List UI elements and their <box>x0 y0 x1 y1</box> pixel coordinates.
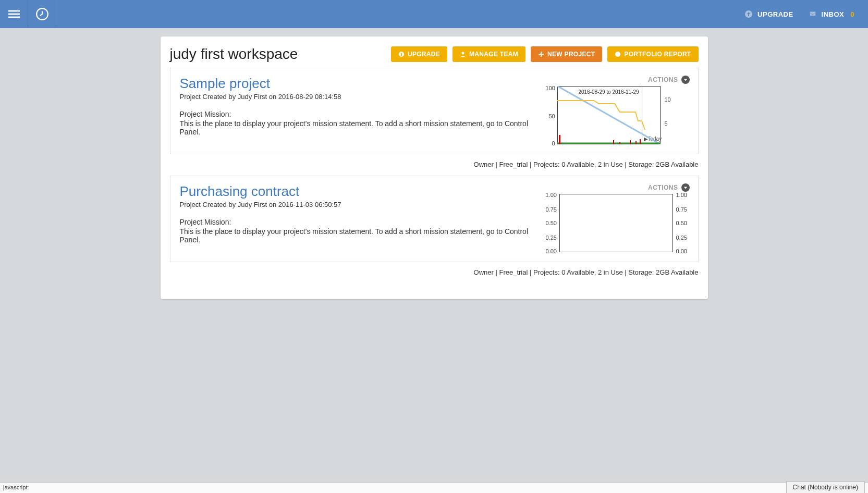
project-footer: Owner | Free_trial | Projects: 0 Availab… <box>161 266 708 284</box>
axis-tick: 0.25 <box>546 235 557 241</box>
inbox-icon <box>808 9 817 19</box>
project-footer: Owner | Free_trial | Projects: 0 Availab… <box>161 158 708 176</box>
menu-button[interactable] <box>0 0 28 28</box>
inbox-link[interactable]: INBOX 0 <box>808 9 854 19</box>
chat-tab[interactable]: Chat (Nobody is online) <box>786 482 865 493</box>
report-icon <box>615 51 621 57</box>
svg-line-11 <box>557 86 661 144</box>
axis-tick: 5 <box>665 120 668 127</box>
workspace-title: judy first workspace <box>170 46 298 63</box>
burndown-chart: 2016-08-29 to 2016-11-29 100 50 0 10 5 ▶… <box>544 86 690 146</box>
portfolio-report-label: PORTFOLIO REPORT <box>624 51 691 58</box>
project-created: Project Created by Judy First on 2016-08… <box>180 93 533 101</box>
project-title-link[interactable]: Sample project <box>180 76 533 92</box>
upgrade-icon <box>744 9 753 19</box>
topbar-right: UPGRADE INBOX 0 <box>744 9 863 19</box>
project-title-link[interactable]: Purchasing contract <box>180 183 533 200</box>
actions-button[interactable]: ACTIONS <box>648 183 690 192</box>
axis-tick: 0.00 <box>546 248 557 254</box>
upgrade-button[interactable]: UPGRADE <box>391 46 447 62</box>
burndown-chart: 1.00 0.75 0.50 0.25 0.00 1.00 0.75 0.50 … <box>544 194 690 254</box>
manage-team-label: MANAGE TEAM <box>469 51 518 58</box>
svg-rect-14 <box>613 140 614 144</box>
plus-icon <box>538 51 544 57</box>
svg-rect-0 <box>8 10 20 12</box>
inbox-count: 0 <box>850 10 854 18</box>
axis-tick: 1.00 <box>546 192 557 198</box>
axis-tick: 0.50 <box>546 220 557 226</box>
actions-label: ACTIONS <box>648 76 678 83</box>
chart-svg <box>557 86 661 144</box>
svg-rect-9 <box>539 54 544 55</box>
caret-down-icon <box>681 76 690 84</box>
arrow-up-icon <box>398 51 405 57</box>
clock-icon <box>35 7 49 21</box>
project-card: Purchasing contract Project Created by J… <box>170 176 699 262</box>
svg-rect-17 <box>635 141 637 144</box>
workspace-buttons: UPGRADE MANAGE TEAM NEW PROJECT PORTFOLI… <box>391 46 699 62</box>
axis-tick: 1.00 <box>676 192 687 198</box>
axis-tick: 0.75 <box>676 206 687 213</box>
inbox-label: INBOX <box>822 10 845 18</box>
svg-rect-1 <box>8 14 20 15</box>
axis-tick: 10 <box>665 96 671 103</box>
axis-tick: 100 <box>546 85 555 91</box>
svg-point-7 <box>462 52 464 55</box>
portfolio-report-button[interactable]: PORTFOLIO REPORT <box>607 46 698 62</box>
svg-rect-2 <box>8 17 20 18</box>
svg-point-10 <box>615 52 620 57</box>
project-info: Purchasing contract Project Created by J… <box>180 183 533 254</box>
actions-label: ACTIONS <box>648 184 678 191</box>
project-side: ACTIONS 1.00 0.75 0.50 0.25 0.00 1.00 0.… <box>533 183 690 254</box>
axis-tick: 0.75 <box>546 206 557 213</box>
axis-tick: 0.50 <box>676 220 687 226</box>
project-info: Sample project Project Created by Judy F… <box>180 76 533 146</box>
project-side: ACTIONS 2016-08-29 to 2016-11-29 100 50 … <box>533 76 690 146</box>
svg-rect-18 <box>640 139 641 144</box>
new-project-button[interactable]: NEW PROJECT <box>531 46 602 62</box>
axis-tick: 0 <box>552 140 555 146</box>
team-icon <box>460 51 466 57</box>
topbar: UPGRADE INBOX 0 <box>0 0 868 28</box>
caret-down-icon <box>681 183 690 192</box>
new-project-label: NEW PROJECT <box>547 51 595 58</box>
upgrade-link[interactable]: UPGRADE <box>744 9 793 19</box>
statusbar: javascript: <box>0 483 868 493</box>
upgrade-button-label: UPGRADE <box>408 51 440 58</box>
mission-text: This is the place to display your projec… <box>180 119 533 136</box>
project-card: Sample project Project Created by Judy F… <box>170 68 699 154</box>
manage-team-button[interactable]: MANAGE TEAM <box>453 46 525 62</box>
app-logo[interactable] <box>28 0 56 28</box>
mission-label: Project Mission: <box>180 218 533 226</box>
main-panel: judy first workspace UPGRADE MANAGE TEAM… <box>161 36 708 299</box>
axis-tick: 0.25 <box>676 235 687 241</box>
hamburger-icon <box>8 8 20 20</box>
status-left: javascript: <box>3 484 29 492</box>
svg-rect-15 <box>619 142 620 144</box>
workspace-header: judy first workspace UPGRADE MANAGE TEAM… <box>161 36 708 68</box>
mission-text: This is the place to display your projec… <box>180 227 533 244</box>
project-created: Project Created by Judy First on 2016-11… <box>180 201 533 208</box>
topbar-left <box>0 0 56 28</box>
actions-button[interactable]: ACTIONS <box>648 76 690 84</box>
svg-rect-16 <box>630 140 631 144</box>
axis-tick: 0.00 <box>676 248 687 254</box>
upgrade-label: UPGRADE <box>757 10 793 18</box>
svg-rect-13 <box>559 135 560 144</box>
axis-tick: 50 <box>549 113 555 119</box>
svg-rect-5 <box>810 12 815 16</box>
mission-label: Project Mission: <box>180 110 533 118</box>
